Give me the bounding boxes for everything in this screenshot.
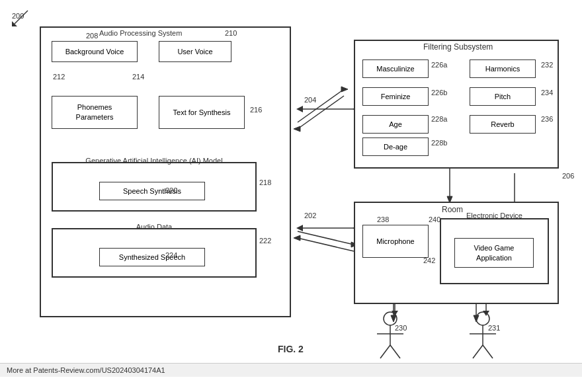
microphone-box: Microphone [362, 225, 429, 258]
microphone-text: Microphone [376, 237, 414, 246]
ref-200-arrow [9, 9, 29, 29]
diagram-container: 200 Audio Processing System 210 Backgrou… [0, 0, 582, 377]
audio-data-label: Audio Data [53, 223, 255, 231]
background-voice-box: Background Voice [52, 41, 138, 62]
audio-processing-system-label: Audio Processing System [99, 29, 182, 37]
ref-204-arrow [296, 99, 362, 126]
svg-marker-31 [296, 106, 303, 112]
svg-line-38 [380, 345, 390, 358]
reverb-box: Reverb [470, 115, 536, 134]
synthesized-speech-box: Synthesized Speech [99, 248, 205, 266]
ref-218-label: 218 [259, 178, 271, 186]
video-game-app-text: Video Game Application [474, 243, 515, 262]
ref-212-label: 212 [53, 73, 65, 81]
feminize-box: Feminize [362, 87, 429, 106]
video-game-app-box: Video Game Application [454, 238, 534, 268]
de-age-text: De-age [384, 142, 407, 151]
text-synthesis-text: Text for Synthesis [173, 108, 231, 117]
gen-ai-box: Generative Artificial Intelligence (AI) … [52, 162, 257, 212]
svg-marker-28 [296, 225, 303, 231]
user-voice-box: User Voice [159, 41, 231, 62]
ref-238-label: 238 [377, 216, 389, 223]
text-synthesis-box: Text for Synthesis [159, 96, 245, 129]
footer-text: More at Patents-Review.com/US20240304174… [7, 366, 165, 374]
ref-222-label: 222 [259, 237, 271, 245]
ref-220-label: 220 [165, 186, 177, 194]
age-box: Age [362, 115, 429, 134]
electronic-device-label: Electronic Device [441, 212, 548, 219]
reverb-text: Reverb [491, 120, 514, 129]
masculinize-text: Masculinize [376, 64, 414, 73]
gen-ai-label: Generative Artificial Intelligence (AI) … [53, 157, 255, 165]
filtering-subsystem-label: Filtering Subsystem [423, 42, 493, 52]
arrow-to-person-231 [479, 303, 493, 316]
harmonics-box: Harmonics [470, 59, 536, 78]
phonemes-text: Phonemes Parameters [76, 102, 114, 123]
svg-line-46 [483, 345, 493, 358]
pitch-text: Pitch [495, 92, 511, 101]
svg-marker-48 [483, 311, 489, 316]
ref-231-label: 231 [488, 324, 500, 332]
ref-232-label: 232 [541, 61, 553, 69]
harmonics-text: Harmonics [485, 64, 520, 73]
masculinize-box: Masculinize [362, 59, 429, 78]
pitch-box: Pitch [470, 87, 536, 106]
footer-bar: More at Patents-Review.com/US20240304174… [0, 363, 582, 377]
ref-228b-label: 228b [431, 139, 447, 147]
svg-line-25 [15, 11, 28, 24]
ref-206-label: 206 [562, 172, 574, 180]
svg-marker-11 [341, 87, 348, 92]
age-text: Age [389, 120, 402, 129]
ref-240-label: 240 [429, 216, 440, 223]
ref-226b-label: 226b [431, 89, 447, 97]
audio-data-box: Audio Data Synthesized Speech [52, 228, 257, 278]
person-230-figure [370, 311, 410, 364]
ref-202-arrow [296, 218, 362, 245]
ref-208-label: 208 [86, 32, 98, 40]
svg-line-39 [390, 345, 400, 358]
phonemes-parameters-box: Phonemes Parameters [52, 96, 138, 129]
ref-236-label: 236 [541, 115, 553, 123]
ref-214-label: 214 [132, 73, 144, 81]
ref-216-label: 216 [250, 106, 262, 114]
svg-line-45 [473, 345, 483, 358]
svg-marker-41 [392, 311, 398, 316]
ref-210-label: 210 [225, 29, 237, 37]
speech-synthesis-box: Speech Synthesis [99, 182, 205, 200]
ref-242-label: 242 [423, 256, 435, 264]
svg-marker-13 [294, 126, 300, 132]
feminize-text: Feminize [381, 92, 411, 101]
ref-226a-label: 226a [431, 61, 447, 69]
de-age-box: De-age [362, 137, 429, 156]
background-voice-text: Background Voice [65, 47, 124, 56]
ref-234-label: 234 [541, 89, 553, 97]
electronic-device-box: Electronic Device Video Game Application [440, 218, 549, 284]
ref-228a-label: 228a [431, 115, 447, 123]
user-voice-text: User Voice [177, 47, 212, 56]
arrow-to-person-230 [388, 303, 401, 316]
person-231-figure [463, 311, 503, 364]
figure-label: FIG. 2 [278, 344, 304, 354]
ref-224-label: 224 [165, 251, 177, 259]
ref-230-label: 230 [395, 324, 407, 332]
